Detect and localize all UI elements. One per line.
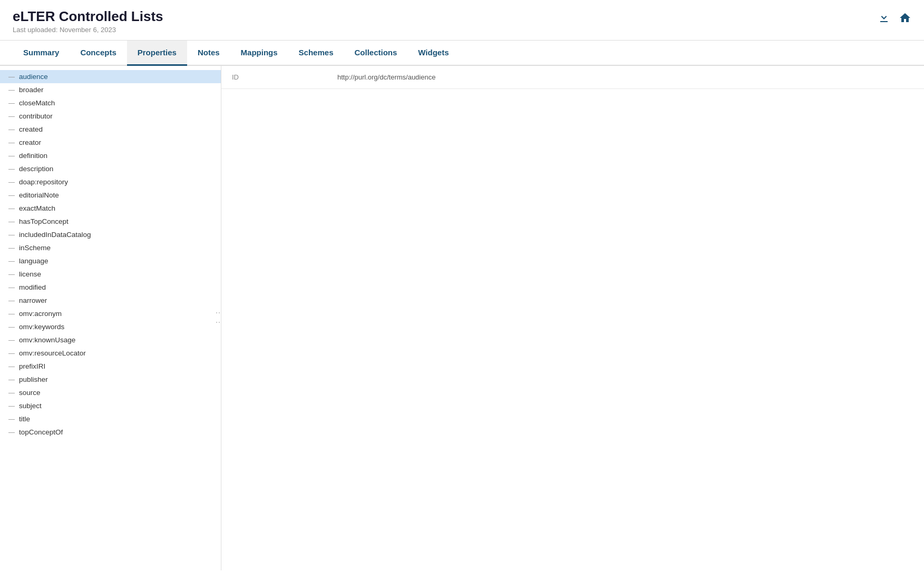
list-item-bullet: — — [8, 271, 19, 278]
list-item-bullet: — — [8, 126, 19, 133]
detail-table: IDhttp://purl.org/dc/terms/audience — [221, 66, 924, 89]
list-item-bullet: — — [8, 350, 19, 357]
list-item-exactMatch[interactable]: —exactMatch — [0, 202, 221, 215]
list-item-label: omv:keywords — [19, 323, 217, 331]
list-item-label: definition — [19, 152, 217, 160]
resize-dots-icon: ⋮⋮ — [215, 309, 222, 328]
list-item-hasTopConcept[interactable]: —hasTopConcept — [0, 215, 221, 228]
app-subtitle: Last uploaded: November 6, 2023 — [13, 26, 163, 34]
main-content: —audience—broader—closeMatch—contributor… — [0, 66, 924, 570]
list-item-label: license — [19, 270, 217, 278]
list-item-audience[interactable]: —audience — [0, 70, 221, 83]
left-panel: —audience—broader—closeMatch—contributor… — [0, 66, 221, 570]
list-item-bullet: — — [8, 165, 19, 173]
list-item-label: omv:acronym — [19, 310, 217, 318]
detail-row-id: IDhttp://purl.org/dc/terms/audience — [221, 66, 924, 89]
detail-field-key: ID — [221, 66, 327, 89]
list-item-definition[interactable]: —definition — [0, 149, 221, 162]
right-panel: IDhttp://purl.org/dc/terms/audience — [221, 66, 924, 570]
list-item-bullet: — — [8, 376, 19, 383]
tabs-bar: SummaryConceptsPropertiesNotesMappingsSc… — [0, 41, 924, 66]
list-item-creator[interactable]: —creator — [0, 136, 221, 149]
list-item-description[interactable]: —description — [0, 162, 221, 175]
list-item-bullet: — — [8, 244, 19, 252]
list-item-label: prefixIRI — [19, 362, 217, 370]
list-item-bullet: — — [8, 297, 19, 304]
app-title: eLTER Controlled Lists — [13, 8, 163, 25]
list-item-label: omv:resourceLocator — [19, 349, 217, 357]
list-item-label: title — [19, 415, 217, 423]
list-item-label: description — [19, 165, 217, 173]
list-item-label: created — [19, 125, 217, 133]
list-item-bullet: — — [8, 258, 19, 265]
list-item-bullet: — — [8, 402, 19, 410]
tab-mappings[interactable]: Mappings — [230, 41, 288, 66]
list-item-title[interactable]: —title — [0, 412, 221, 426]
list-item-bullet: — — [8, 179, 19, 186]
list-item-prefixIRI[interactable]: —prefixIRI — [0, 360, 221, 373]
detail-field-value: http://purl.org/dc/terms/audience — [327, 66, 924, 89]
header-actions — [878, 12, 911, 27]
list-item-bullet: — — [8, 205, 19, 212]
tab-notes[interactable]: Notes — [187, 41, 230, 66]
list-item-closeMatch[interactable]: —closeMatch — [0, 96, 221, 110]
list-item-created[interactable]: —created — [0, 123, 221, 136]
resize-handle[interactable]: ⋮⋮ — [218, 66, 221, 570]
list-item-label: language — [19, 257, 217, 265]
list-item-language[interactable]: —language — [0, 254, 221, 268]
list-item-label: editorialNote — [19, 191, 217, 199]
list-item-modified[interactable]: —modified — [0, 281, 221, 294]
list-item-bullet: — — [8, 310, 19, 318]
list-item-bullet: — — [8, 284, 19, 291]
list-item-label: doap:repository — [19, 178, 217, 186]
list-item-narrower[interactable]: —narrower — [0, 294, 221, 307]
list-item-bullet: — — [8, 323, 19, 331]
header-text: eLTER Controlled Lists Last uploaded: No… — [13, 8, 163, 34]
list-item-label: creator — [19, 139, 217, 146]
list-item-doap:repository[interactable]: —doap:repository — [0, 175, 221, 189]
list-item-broader[interactable]: —broader — [0, 83, 221, 96]
tab-summary[interactable]: Summary — [13, 41, 70, 66]
list-item-label: closeMatch — [19, 99, 217, 107]
list-item-omv:acronym[interactable]: —omv:acronym — [0, 307, 221, 320]
tab-widgets[interactable]: Widgets — [407, 41, 459, 66]
list-item-label: contributor — [19, 112, 217, 120]
tab-properties[interactable]: Properties — [127, 41, 187, 66]
properties-list: —audience—broader—closeMatch—contributor… — [0, 70, 221, 439]
tab-concepts[interactable]: Concepts — [70, 41, 127, 66]
list-item-inScheme[interactable]: —inScheme — [0, 241, 221, 254]
list-item-label: modified — [19, 283, 217, 291]
list-item-bullet: — — [8, 152, 19, 160]
list-item-label: narrower — [19, 297, 217, 304]
list-item-label: topConceptOf — [19, 428, 217, 436]
list-item-label: audience — [19, 73, 217, 81]
list-item-source[interactable]: —source — [0, 386, 221, 399]
list-item-topConceptOf[interactable]: —topConceptOf — [0, 426, 221, 439]
header: eLTER Controlled Lists Last uploaded: No… — [0, 0, 924, 41]
list-item-label: publisher — [19, 376, 217, 383]
list-item-bullet: — — [8, 113, 19, 120]
tab-schemes[interactable]: Schemes — [288, 41, 344, 66]
home-icon[interactable] — [899, 12, 911, 27]
list-item-includedInDataCatalog[interactable]: —includedInDataCatalog — [0, 228, 221, 241]
download-icon[interactable] — [878, 12, 890, 27]
list-item-license[interactable]: —license — [0, 268, 221, 281]
list-item-bullet: — — [8, 139, 19, 146]
list-item-label: includedInDataCatalog — [19, 231, 217, 239]
list-item-omv:resourceLocator[interactable]: —omv:resourceLocator — [0, 347, 221, 360]
list-item-bullet: — — [8, 337, 19, 344]
list-item-subject[interactable]: —subject — [0, 399, 221, 412]
list-item-label: subject — [19, 402, 217, 410]
list-item-label: source — [19, 389, 217, 397]
list-item-publisher[interactable]: —publisher — [0, 373, 221, 386]
list-item-bullet: — — [8, 192, 19, 199]
list-item-label: inScheme — [19, 244, 217, 252]
list-item-bullet: — — [8, 100, 19, 107]
list-item-editorialNote[interactable]: —editorialNote — [0, 189, 221, 202]
list-item-contributor[interactable]: —contributor — [0, 110, 221, 123]
tab-collections[interactable]: Collections — [344, 41, 407, 66]
list-item-omv:knownUsage[interactable]: —omv:knownUsage — [0, 333, 221, 347]
list-item-bullet: — — [8, 73, 19, 81]
list-item-bullet: — — [8, 218, 19, 225]
list-item-omv:keywords[interactable]: —omv:keywords — [0, 320, 221, 333]
